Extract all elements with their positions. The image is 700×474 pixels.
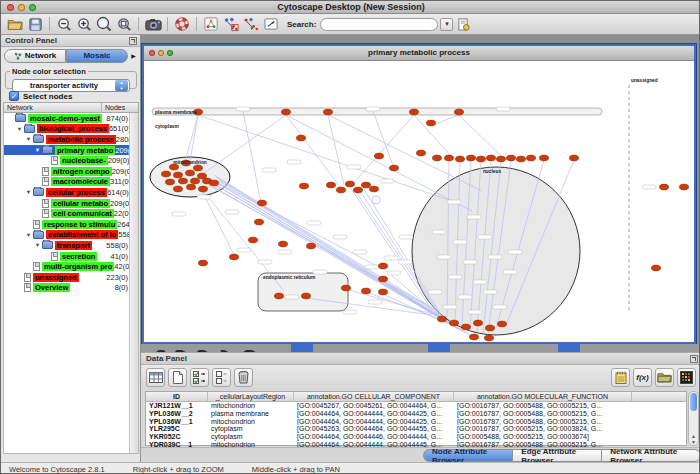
network-node[interactable] bbox=[416, 150, 425, 156]
tree-row[interactable]: cellular metabo209(0) bbox=[4, 198, 138, 209]
network-frame-titlebar[interactable]: primary metabolic process bbox=[144, 46, 694, 61]
window-titlebar[interactable]: Cytoscape Desktop (New Session) bbox=[1, 1, 700, 14]
table-row[interactable]: YPL036W__2plasma membrane[GO:0044464, GO… bbox=[146, 410, 686, 418]
expand-arrow-icon[interactable]: ▼ bbox=[15, 126, 24, 132]
network-node[interactable] bbox=[516, 156, 525, 162]
zoom-fit-button[interactable] bbox=[114, 15, 134, 33]
network-node[interactable] bbox=[178, 178, 187, 184]
network-node[interactable] bbox=[229, 254, 238, 260]
expand-arrow-icon[interactable]: ▼ bbox=[24, 189, 33, 195]
table-row[interactable]: YJR121W__1mitochondrion[GO:0045267, GO:0… bbox=[146, 402, 686, 410]
tree-row[interactable]: unassigned223(0) bbox=[4, 272, 138, 283]
network-node[interactable] bbox=[185, 170, 194, 176]
network-node[interactable] bbox=[378, 263, 387, 269]
network-node[interactable] bbox=[651, 265, 660, 271]
network-node[interactable] bbox=[209, 180, 218, 186]
search-settings-button[interactable] bbox=[453, 15, 473, 33]
network-node[interactable] bbox=[409, 109, 418, 115]
tree-scrollbar[interactable] bbox=[129, 113, 138, 453]
network-node[interactable] bbox=[432, 155, 441, 161]
expand-arrow-icon[interactable]: ▼ bbox=[33, 242, 42, 248]
column-header[interactable]: annotation.GO CELLULAR_COMPONENT bbox=[294, 392, 454, 401]
layout-nodes-button[interactable] bbox=[221, 15, 241, 33]
tree-row[interactable]: cell communicat22(0) bbox=[4, 208, 138, 219]
tab-network-attribute-browser[interactable]: Network Attribute Browser bbox=[602, 449, 700, 462]
network-node[interactable] bbox=[323, 109, 332, 115]
export-image-button[interactable] bbox=[143, 15, 163, 33]
network-node[interactable] bbox=[426, 120, 435, 126]
table-row[interactable]: YKR052Ccytoplasm[GO:0044464, GO:0044446,… bbox=[146, 433, 686, 441]
network-node[interactable] bbox=[257, 200, 266, 206]
network-node[interactable] bbox=[679, 184, 688, 190]
table-scrollbar[interactable]: ▲▼ bbox=[688, 391, 699, 446]
delete-attribute-button[interactable] bbox=[234, 368, 253, 387]
column-header[interactable]: ID bbox=[146, 392, 208, 401]
network-node[interactable] bbox=[378, 276, 387, 282]
network-node[interactable] bbox=[353, 187, 362, 193]
network-node[interactable] bbox=[466, 155, 475, 161]
network-node[interactable] bbox=[248, 237, 257, 243]
tab-node-attribute-browser[interactable]: Node Attribute Browser bbox=[423, 449, 513, 462]
network-node[interactable] bbox=[161, 171, 170, 177]
network-node[interactable] bbox=[437, 316, 446, 322]
annotation-button[interactable] bbox=[261, 15, 281, 33]
network-node[interactable] bbox=[198, 186, 207, 192]
column-header[interactable]: annotation.GO MOLECULAR_FUNCTION bbox=[454, 392, 632, 401]
network-node[interactable] bbox=[461, 324, 470, 330]
network-node[interactable] bbox=[369, 186, 378, 192]
tree-row[interactable]: ▼metabolic process280(0) bbox=[4, 134, 138, 145]
network-node[interactable] bbox=[469, 334, 478, 340]
tree-row[interactable]: nitrogen compo209(0) bbox=[4, 166, 138, 177]
network-node[interactable] bbox=[449, 320, 458, 326]
network-node[interactable] bbox=[378, 289, 387, 295]
network-node[interactable] bbox=[374, 153, 383, 159]
help-button[interactable] bbox=[172, 15, 192, 33]
network-node[interactable] bbox=[569, 155, 578, 161]
network-node[interactable] bbox=[296, 135, 305, 141]
open-session-button[interactable] bbox=[5, 15, 25, 33]
table-row[interactable]: YPL036W__1mitochondrion[GO:0044464, GO:0… bbox=[146, 418, 686, 426]
select-nodes-checkbox[interactable]: ✓ bbox=[9, 91, 19, 101]
network-node[interactable] bbox=[278, 241, 287, 247]
network-canvas[interactable]: plasma membranecytoplasmmitochondrionnuc… bbox=[144, 61, 694, 342]
save-session-button[interactable] bbox=[25, 15, 45, 33]
network-node[interactable] bbox=[326, 182, 335, 188]
network-node[interactable] bbox=[361, 182, 370, 188]
network-node[interactable] bbox=[497, 321, 506, 327]
network-node[interactable] bbox=[301, 293, 310, 299]
network-node[interactable] bbox=[473, 320, 482, 326]
search-input[interactable] bbox=[320, 18, 438, 31]
scrollbar-thumb[interactable] bbox=[690, 393, 697, 411]
network-node[interactable] bbox=[455, 156, 464, 162]
network-node[interactable] bbox=[444, 155, 453, 161]
zoom-selected-button[interactable] bbox=[94, 15, 114, 33]
network-view-frame[interactable]: primary metabolic process plasma membran… bbox=[142, 44, 696, 344]
expand-arrow-icon[interactable]: ▼ bbox=[24, 232, 33, 238]
network-node[interactable] bbox=[281, 109, 290, 115]
layout-selected-button[interactable] bbox=[241, 15, 261, 33]
expand-arrow-icon[interactable]: ▼ bbox=[33, 147, 42, 153]
search-dropdown-button[interactable]: ▼ bbox=[440, 18, 453, 31]
select-attributes-button[interactable] bbox=[190, 368, 209, 387]
network-column-header[interactable]: Network bbox=[4, 103, 102, 112]
region-nucleus[interactable] bbox=[412, 167, 580, 335]
network-node[interactable] bbox=[486, 155, 495, 161]
network-node[interactable] bbox=[361, 288, 370, 294]
formula-builder-button[interactable]: f(x) bbox=[633, 368, 652, 387]
tree-row[interactable]: Overview8(0) bbox=[4, 283, 138, 294]
network-node[interactable] bbox=[485, 325, 494, 331]
network-node[interactable] bbox=[506, 155, 515, 161]
network-node[interactable] bbox=[306, 243, 315, 249]
tree-row[interactable]: macromolecule311(0) bbox=[4, 177, 138, 188]
network-node[interactable] bbox=[336, 187, 345, 193]
network-node[interactable] bbox=[496, 156, 505, 162]
network-node[interactable] bbox=[165, 179, 174, 185]
column-header[interactable]: _cellularLayoutRegion bbox=[208, 392, 294, 401]
float-panel-icon[interactable] bbox=[129, 37, 137, 45]
tree-row[interactable]: nucleobase-209(0) bbox=[4, 155, 138, 166]
network-node[interactable] bbox=[193, 165, 202, 171]
tab-mosaic[interactable]: Mosaic bbox=[66, 49, 128, 63]
network-node[interactable] bbox=[345, 181, 354, 187]
network-node[interactable] bbox=[198, 260, 207, 266]
zoom-out-button[interactable] bbox=[54, 15, 74, 33]
